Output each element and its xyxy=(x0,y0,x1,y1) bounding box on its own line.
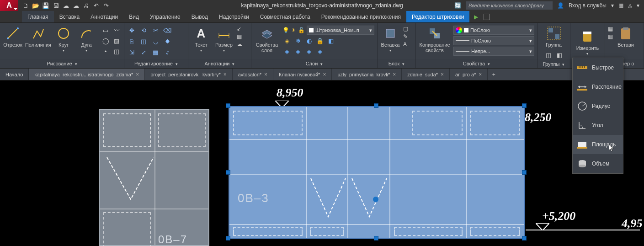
share-icon[interactable]: 🔄 xyxy=(454,2,461,9)
measure-angle[interactable]: Угол xyxy=(573,116,623,135)
layer-c-icon[interactable]: ◈ xyxy=(304,47,314,56)
cart-icon[interactable]: ▦ xyxy=(618,2,623,9)
tab-addins[interactable]: Надстройки xyxy=(213,11,255,22)
tab-output[interactable]: Вывод xyxy=(186,11,213,22)
fillet-icon[interactable]: ◡ xyxy=(151,37,160,46)
array-icon[interactable]: ▦ xyxy=(151,48,160,57)
blue-selected-elevation[interactable]: 0В–3 xyxy=(229,106,525,239)
signin-button[interactable]: Вход в службы xyxy=(569,2,607,9)
cloud-icon[interactable]: ☁ xyxy=(237,41,242,48)
line-button[interactable]: Отрезок xyxy=(3,26,23,48)
panel-layers-title[interactable]: Слои xyxy=(251,59,377,68)
close-icon[interactable]: × xyxy=(264,71,267,78)
cloud-save-icon[interactable]: ☁ xyxy=(72,2,80,9)
layer-combo[interactable]: Штриховка_Ном..п ▾ xyxy=(307,26,374,35)
block-attr-icon[interactable]: A xyxy=(403,41,408,48)
layer-freeze-icon[interactable]: ❄ xyxy=(293,36,303,45)
rotate-icon[interactable]: ⟲ xyxy=(139,26,148,35)
close-icon[interactable]: × xyxy=(136,71,139,78)
tab-annotate[interactable]: Аннотации xyxy=(85,11,123,22)
layer-lock2-icon[interactable]: 🔒 xyxy=(315,36,325,45)
layer-a-icon[interactable]: ◈ xyxy=(282,47,292,56)
clip-a-icon[interactable]: ▦ xyxy=(608,26,613,32)
doc-tab-4[interactable]: Клапан пусковой*× xyxy=(273,69,332,80)
measure-quick[interactable]: Быстрое xyxy=(573,58,623,77)
tab-insert[interactable]: Вставка xyxy=(54,11,85,22)
layer-sun-icon[interactable]: ☀ xyxy=(291,27,296,33)
lineweight-combo[interactable]: ПоСлою▾ xyxy=(453,36,534,45)
close-icon[interactable]: × xyxy=(393,71,396,78)
doc-tab-1[interactable]: kapitalnaya_rekonstru...istrativnogo_zda… xyxy=(29,69,145,80)
save-icon[interactable]: 💾 xyxy=(42,2,49,9)
dimension-button[interactable]: Размер▾ xyxy=(214,26,234,53)
close-icon[interactable]: × xyxy=(224,71,227,78)
saveas-icon[interactable]: 🖫 xyxy=(52,2,59,9)
leader-icon[interactable]: ↙ xyxy=(237,26,242,32)
play-icon[interactable]: ▶ xyxy=(474,11,478,22)
selection-grip[interactable] xyxy=(374,103,378,108)
panel-block-title[interactable]: Блок xyxy=(378,59,415,68)
ribbon-minimize-icon[interactable] xyxy=(484,14,490,20)
paste-button[interactable]: Встави xyxy=(616,26,636,48)
panel-modify-title[interactable]: Редактирование xyxy=(124,59,188,68)
measure-button[interactable]: Измерить▾ xyxy=(576,29,599,56)
selection-center-grip[interactable] xyxy=(373,197,378,202)
new-icon[interactable]: 🗋 xyxy=(22,2,29,9)
ungroup-icon[interactable]: ◫ xyxy=(544,50,553,59)
color-combo[interactable]: ПоСлою▾ xyxy=(453,26,534,35)
copy-icon[interactable]: ⎘ xyxy=(127,37,136,46)
hatch-icon[interactable]: ▨ xyxy=(112,36,121,45)
linetype-combo[interactable]: Непре...▾ xyxy=(453,47,534,56)
group-edit-icon[interactable]: ◧ xyxy=(555,50,564,59)
layer-match-icon[interactable]: ◧ xyxy=(326,36,335,45)
selection-grip[interactable] xyxy=(522,170,527,175)
close-icon[interactable]: × xyxy=(323,71,326,78)
clip-b-icon[interactable]: ▦ xyxy=(608,33,613,40)
trim-icon[interactable]: ✂ xyxy=(151,26,160,35)
layer-bulb-icon[interactable]: 💡 xyxy=(282,27,289,33)
undo-icon[interactable]: ↶ xyxy=(92,2,100,9)
rect-icon[interactable]: ▭ xyxy=(101,26,110,35)
point-icon[interactable]: • xyxy=(101,47,110,56)
drawing-canvas[interactable]: 8,950 8,250 + +5,200 4,95 0В–7 xyxy=(0,80,644,246)
redo-icon[interactable]: ↷ xyxy=(102,2,110,9)
measure-area[interactable]: Площадь xyxy=(573,135,623,154)
text-button[interactable]: A Текст▾ xyxy=(191,26,211,53)
selection-grip[interactable] xyxy=(522,236,527,241)
measure-distance[interactable]: Расстояние xyxy=(573,77,623,96)
polyline-button[interactable]: Полилиния xyxy=(26,26,51,48)
arc-button[interactable]: Дуга▾ xyxy=(76,26,96,53)
help-dropdown-icon[interactable]: ▾ xyxy=(637,2,639,9)
tab-manage[interactable]: Управление xyxy=(144,11,186,22)
new-doc-tab-icon[interactable]: + xyxy=(488,69,500,80)
autodesk-app-icon[interactable]: ◬ xyxy=(628,2,632,9)
erase-icon[interactable]: ⌫ xyxy=(163,26,172,35)
panel-properties-title[interactable]: Свойства xyxy=(416,59,537,68)
measure-radius[interactable]: Радиус xyxy=(573,96,623,116)
doc-tab-7[interactable]: ar_pro a*× xyxy=(450,69,488,80)
layer-properties-button[interactable]: Свойства слоя xyxy=(254,26,280,53)
panel-draw-title[interactable]: Рисование xyxy=(0,59,124,68)
mirror-icon[interactable]: ◫ xyxy=(139,37,148,46)
close-icon[interactable]: × xyxy=(441,71,444,78)
help-search-input[interactable]: Введите ключевое слово/фразу xyxy=(466,1,553,10)
cloud-open-icon[interactable]: ☁ xyxy=(62,2,69,9)
panel-groups-title[interactable]: Группы xyxy=(538,59,570,68)
matchprop-button[interactable]: Копирование свойств xyxy=(419,26,451,53)
block-edit-icon[interactable]: ✎ xyxy=(403,33,408,40)
close-icon[interactable]: × xyxy=(479,71,482,78)
circle-button[interactable]: Круг▾ xyxy=(53,26,74,53)
layer-off-icon[interactable]: ◐ xyxy=(304,36,314,45)
layer-iso-icon[interactable]: ◈ xyxy=(282,36,292,45)
measure-volume[interactable]: Объем xyxy=(573,154,623,173)
block-create-icon[interactable]: ▢ xyxy=(403,26,408,32)
stretch-icon[interactable]: ⇲ xyxy=(127,48,136,57)
scale-icon[interactable]: ⤢ xyxy=(139,48,148,57)
offset-icon[interactable]: ⫽ xyxy=(163,48,172,57)
tab-home[interactable]: Главная xyxy=(22,11,54,22)
tab-hatch-editor[interactable]: Редактор штриховки xyxy=(406,11,469,22)
table-icon[interactable]: ▦ xyxy=(237,33,242,40)
ellipse-icon[interactable]: ◯ xyxy=(101,36,110,45)
layer-d-icon[interactable]: ◈ xyxy=(315,47,325,56)
tab-featured[interactable]: Рекомендованные приложения xyxy=(316,11,406,22)
